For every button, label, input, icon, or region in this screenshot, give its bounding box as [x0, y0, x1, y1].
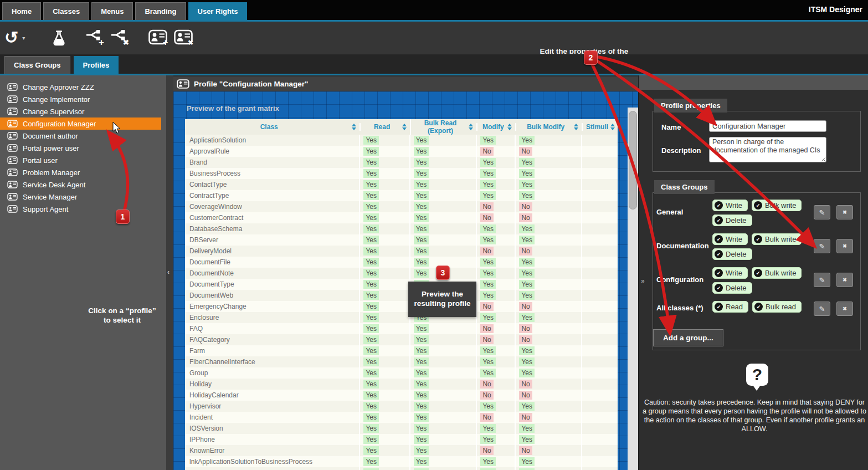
grant-value-no: No [519, 147, 532, 156]
nav-tab-home[interactable]: Home [2, 2, 41, 20]
sort-arrows-icon[interactable] [507, 124, 512, 130]
sidebar-item-configuration-manager[interactable]: Configuration Manager [0, 117, 161, 130]
column-header-stimuli[interactable]: Stimuli [582, 119, 618, 135]
class-name-cell: ApprovalRule [185, 146, 359, 157]
grant-value-yes: Yes [519, 291, 535, 300]
column-header-class[interactable]: Class [185, 119, 359, 135]
nav-tab-user-rights[interactable]: User Rights [188, 2, 248, 20]
description-label: Description [661, 146, 701, 155]
table-row: ContractTypeYesYesYesYes [185, 190, 618, 201]
undo-dropdown-caret[interactable]: ▾ [22, 35, 25, 41]
sort-arrows-icon[interactable] [352, 124, 356, 130]
vertical-scrollbar[interactable]: ▼ [628, 108, 638, 470]
collapse-sidebar-icon[interactable]: ‹ [167, 268, 170, 276]
sidebar-splitter[interactable]: ‹ [166, 75, 173, 470]
grant-value-cell [582, 356, 618, 367]
grant-badge-label: Write [726, 235, 742, 243]
grant-value-no: No [480, 380, 493, 389]
class-name-cell: KnownError [185, 445, 359, 456]
class-group-row-configuration: Configuration✔Write✔Bulk write✔Delete✎✖ [656, 267, 858, 294]
profile-remove-icon[interactable]: ✖ [174, 29, 195, 46]
grant-value-no: No [519, 324, 532, 333]
grant-value-yes: Yes [519, 369, 535, 377]
remove-group-button[interactable]: ✖ [836, 273, 853, 287]
grant-value-yes: Yes [414, 446, 429, 455]
column-header-modify[interactable]: Modify [476, 119, 515, 135]
grant-badge-write: ✔Write [712, 267, 748, 279]
add-group-button[interactable]: Add a group... [653, 329, 723, 346]
class-name-cell: DBServer [185, 234, 359, 246]
sidebar-item-change-approver-zzz[interactable]: Change Approver ZZZ [0, 81, 166, 93]
table-row: FAQYesYesNoNo [185, 323, 618, 334]
remove-group-button[interactable]: ✖ [836, 239, 853, 253]
undo-icon[interactable]: ↺▾ [0, 29, 25, 46]
branch-add-icon[interactable]: + [85, 29, 106, 46]
grant-value-yes: Yes [480, 369, 496, 377]
grant-value-yes: Yes [414, 258, 429, 267]
column-header-bulk-modify[interactable]: Bulk Modify [515, 119, 582, 135]
app-brand: ITSM Designer [809, 5, 862, 14]
scrollbar-thumb[interactable] [629, 111, 637, 210]
subnav-tab-class-groups[interactable]: Class Groups [4, 56, 70, 74]
grant-value-yes: Yes [480, 191, 496, 200]
sort-arrows-icon[interactable] [402, 124, 407, 130]
name-field[interactable] [709, 120, 826, 132]
column-header-bulk-read-export[interactable]: Bulk Read (Export) [410, 119, 477, 135]
sidebar-item-portal-power-user[interactable]: Portal power user [0, 142, 166, 154]
edit-group-button[interactable]: ✎ [814, 239, 830, 253]
subnav-tab-profiles[interactable]: Profiles [74, 56, 119, 74]
grant-value-yes: Yes [414, 158, 429, 167]
sort-arrows-icon[interactable] [610, 124, 615, 130]
grant-value-yes: Yes [363, 258, 379, 267]
class-group-name: General [656, 200, 712, 216]
grant-badge-label: Delete [726, 216, 747, 224]
grant-value-yes: Yes [519, 180, 535, 189]
toolbar-icons: ↺▾ + ✖ + ✖ [0, 22, 195, 54]
sidebar-item-service-desk-agent[interactable]: Service Desk Agent [0, 178, 166, 191]
sidebar-item-portal-user[interactable]: Portal user [0, 154, 166, 166]
grant-value-yes: Yes [363, 346, 379, 355]
flask-icon[interactable] [52, 29, 66, 47]
sidebar-item-service-manager[interactable]: Service Manager [0, 191, 166, 203]
sidebar-item-change-implementor[interactable]: Change Implementor [0, 93, 166, 105]
column-header-read[interactable]: Read [359, 119, 409, 135]
profile-add-icon[interactable]: + [148, 29, 170, 46]
sort-arrows-icon[interactable] [574, 124, 578, 130]
step1-caption-line1: Click on a “profile” [71, 306, 173, 316]
nav-tab-classes[interactable]: Classes [43, 2, 89, 20]
nav-tab-menus[interactable]: Menus [91, 2, 133, 20]
description-field[interactable] [709, 137, 826, 162]
table-row: DatabaseSchemaYesYesYesYes [185, 223, 618, 234]
grant-value-yes: Yes [414, 357, 429, 366]
grant-value-no: No [519, 247, 532, 256]
table-row: CustomerContractYesYesNoNo [185, 212, 618, 223]
sidebar-item-document-author[interactable]: Document author [0, 130, 166, 142]
grant-value-yes: Yes [414, 191, 429, 200]
profile-card-icon [177, 79, 189, 89]
edit-group-button[interactable]: ✎ [814, 273, 830, 287]
expand-panel-icon[interactable]: » [641, 277, 645, 285]
grant-value-yes: Yes [519, 457, 535, 466]
grant-value-cell: No [515, 412, 582, 423]
branch-remove-icon[interactable]: ✖ [110, 29, 131, 46]
sort-arrows-icon[interactable] [469, 124, 473, 130]
profile-card-icon [7, 181, 18, 188]
remove-group-button[interactable]: ✖ [836, 205, 853, 219]
grant-value-cell: Yes [359, 345, 409, 356]
grant-value-yes: Yes [519, 269, 535, 278]
grant-value-cell: Yes [359, 223, 409, 234]
grant-value-cell: Yes [515, 179, 582, 190]
grant-value-cell: Yes [476, 234, 515, 246]
sidebar-item-change-supervisor[interactable]: Change Supervisor [0, 105, 166, 117]
grant-value-cell: Yes [359, 157, 409, 168]
sidebar-item-problem-manager[interactable]: Problem Manager [0, 166, 166, 178]
sidebar-item-support-agent[interactable]: Support Agent [0, 203, 166, 215]
edit-group-button[interactable]: ✎ [814, 205, 830, 219]
remove-group-button[interactable]: ✖ [836, 302, 853, 316]
nav-tab-branding[interactable]: Branding [135, 2, 186, 20]
sidebar-item-label: Change Supervisor [23, 108, 84, 116]
grant-value-cell [582, 190, 618, 201]
grant-value-yes: Yes [519, 357, 535, 366]
table-row: HolidayCalendarYesYesNoNo [185, 390, 618, 401]
edit-group-button[interactable]: ✎ [814, 302, 830, 316]
